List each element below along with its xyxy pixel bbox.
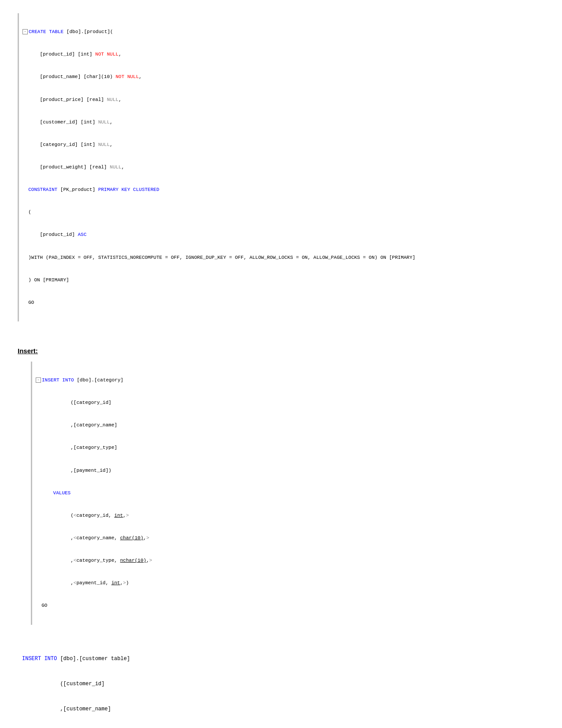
insert-customer-inner[interactable]: INSERT INTO [dbo].[customer table] ([cus… bbox=[22, 638, 544, 728]
line-constraint: CONSTRAINT [PK_product] PRIMARY KEY CLUS… bbox=[22, 186, 544, 194]
line-col-6: [product_weight] [real] NULL, bbox=[22, 164, 544, 171]
line-paren-open: ( bbox=[22, 209, 544, 216]
insert-line-val-3: ,<category_type, nchar(10),> bbox=[36, 557, 544, 564]
line-col-1: [product_id] [int] NOT NULL, bbox=[22, 51, 544, 58]
insert-line-2: ([category_id] bbox=[36, 399, 544, 407]
create-table-code-inner[interactable]: -CREATE TABLE [dbo].[product]( [product_… bbox=[22, 13, 544, 321]
line-create: -CREATE TABLE [dbo].[product]( bbox=[22, 28, 544, 36]
insert-line-val-2: ,<category_name, char(10),> bbox=[36, 534, 544, 542]
line-col-3: [product_price] [real] NULL, bbox=[22, 96, 544, 104]
insert-section-label-wrapper: Insert: bbox=[18, 347, 544, 355]
insert-label: Insert: bbox=[18, 347, 38, 355]
insert-line-val-1: (<category_id, int,> bbox=[36, 512, 544, 519]
vertical-bar-2 bbox=[31, 362, 32, 625]
insert-go-1: GO bbox=[36, 602, 544, 609]
insert-line-val-4: ,<payment_id, int,>) bbox=[36, 579, 544, 587]
line-col-2: [product_name] [char](10) NOT NULL, bbox=[22, 73, 544, 81]
insert-line-3: ,[category_name] bbox=[36, 422, 544, 429]
insert-customer-section: INSERT INTO [dbo].[customer table] ([cus… bbox=[22, 638, 544, 728]
collapse-icon[interactable]: - bbox=[22, 29, 28, 34]
customer-line-3: ,[customer_name] bbox=[22, 705, 544, 713]
create-table-code: -CREATE TABLE [dbo].[product]( [product_… bbox=[18, 13, 544, 321]
insert-line-values: VALUES bbox=[36, 489, 544, 497]
insert-line-4: ,[category_type] bbox=[36, 444, 544, 452]
insert-category-code: -INSERT INTO [dbo].[category] ([category… bbox=[31, 362, 544, 625]
line-col-5: [category_id] [int] NULL, bbox=[22, 141, 544, 149]
create-table-section: -CREATE TABLE [dbo].[product]( [product_… bbox=[18, 9, 544, 329]
line-on: ) ON [PRIMARY] bbox=[22, 276, 544, 284]
collapse-icon-2[interactable]: - bbox=[36, 377, 41, 383]
line-product-id-asc: [product_id] ASC bbox=[22, 231, 544, 239]
insert-line-5: ,[payment_id]) bbox=[36, 467, 544, 474]
line-with: )WITH (PAD_INDEX = OFF, STATISTICS_NOREC… bbox=[22, 254, 544, 261]
page-content: -CREATE TABLE [dbo].[product]( [product_… bbox=[18, 9, 544, 728]
customer-line-1: INSERT INTO [dbo].[customer table] bbox=[22, 655, 544, 663]
line-col-4: [customer_id] [int] NULL, bbox=[22, 119, 544, 126]
line-go-1: GO bbox=[22, 299, 544, 306]
insert-category-inner[interactable]: -INSERT INTO [dbo].[category] ([category… bbox=[36, 362, 544, 625]
vertical-bar-1 bbox=[18, 13, 19, 321]
customer-line-2: ([customer_id] bbox=[22, 680, 544, 688]
insert-line-1: -INSERT INTO [dbo].[category] bbox=[36, 377, 544, 384]
